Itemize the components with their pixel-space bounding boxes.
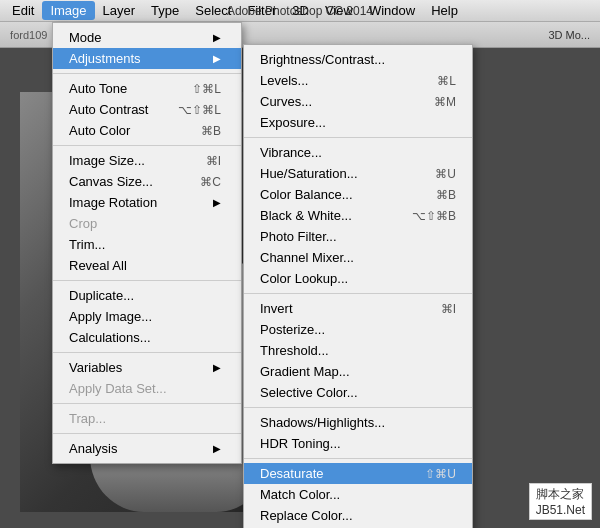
submenu-item-color-balance[interactable]: Color Balance... ⌘B	[244, 184, 472, 205]
menubar-item-select[interactable]: Select	[187, 1, 239, 20]
menubar-item-filter[interactable]: Filter	[239, 1, 284, 20]
sub-divider-1	[244, 137, 472, 138]
menu-item-image-size[interactable]: Image Size... ⌘I	[53, 150, 241, 171]
menu-item-apply-data-set[interactable]: Apply Data Set...	[53, 378, 241, 399]
menu-item-mode[interactable]: Mode ▶	[53, 27, 241, 48]
sub-divider-3	[244, 407, 472, 408]
sub-divider-2	[244, 293, 472, 294]
submenu-item-exposure[interactable]: Exposure...	[244, 112, 472, 133]
menubar-item-view[interactable]: View	[317, 1, 361, 20]
sub-divider-4	[244, 458, 472, 459]
submenu-item-selective-color[interactable]: Selective Color...	[244, 382, 472, 403]
divider-6	[53, 433, 241, 434]
menubar: Edit Image Layer Type Select Filter 3D V…	[0, 0, 600, 22]
submenu-item-color-lookup[interactable]: Color Lookup...	[244, 268, 472, 289]
submenu-item-hue-saturation[interactable]: Hue/Saturation... ⌘U	[244, 163, 472, 184]
submenu-item-invert[interactable]: Invert ⌘I	[244, 298, 472, 319]
menu-item-adjustments[interactable]: Adjustments ▶	[53, 48, 241, 69]
menu-item-crop[interactable]: Crop	[53, 213, 241, 234]
submenu-item-photo-filter[interactable]: Photo Filter...	[244, 226, 472, 247]
menu-item-duplicate[interactable]: Duplicate...	[53, 285, 241, 306]
toolbar-3d-mode: 3D Mo...	[548, 29, 590, 41]
watermark: 脚本之家 JB51.Net	[529, 483, 592, 520]
watermark-line2: JB51.Net	[536, 503, 585, 517]
menubar-item-window[interactable]: Window	[361, 1, 423, 20]
menu-item-trap[interactable]: Trap...	[53, 408, 241, 429]
submenu-item-curves[interactable]: Curves... ⌘M	[244, 91, 472, 112]
submenu-item-levels[interactable]: Levels... ⌘L	[244, 70, 472, 91]
menu-item-canvas-size[interactable]: Canvas Size... ⌘C	[53, 171, 241, 192]
divider-4	[53, 352, 241, 353]
menu-item-trim[interactable]: Trim...	[53, 234, 241, 255]
submenu-item-vibrance[interactable]: Vibrance...	[244, 142, 472, 163]
submenu-item-gradient-map[interactable]: Gradient Map...	[244, 361, 472, 382]
adjustments-submenu: Brightness/Contrast... Levels... ⌘L Curv…	[243, 44, 473, 528]
divider-5	[53, 403, 241, 404]
submenu-item-black-white[interactable]: Black & White... ⌥⇧⌘B	[244, 205, 472, 226]
adjustments-submenu-popup: Brightness/Contrast... Levels... ⌘L Curv…	[243, 44, 473, 528]
submenu-item-desaturate[interactable]: Desaturate ⇧⌘U	[244, 463, 472, 484]
watermark-line1: 脚本之家	[536, 486, 585, 503]
submenu-item-channel-mixer[interactable]: Channel Mixer...	[244, 247, 472, 268]
submenu-item-brightness-contrast[interactable]: Brightness/Contrast...	[244, 49, 472, 70]
menubar-item-edit[interactable]: Edit	[4, 1, 42, 20]
image-menu: Mode ▶ Adjustments ▶ Auto Tone ⇧⌘L Auto …	[52, 22, 242, 464]
menu-item-calculations[interactable]: Calculations...	[53, 327, 241, 348]
menubar-item-type[interactable]: Type	[143, 1, 187, 20]
menu-item-auto-tone[interactable]: Auto Tone ⇧⌘L	[53, 78, 241, 99]
menubar-item-image[interactable]: Image	[42, 1, 94, 20]
submenu-item-threshold[interactable]: Threshold...	[244, 340, 472, 361]
submenu-item-hdr-toning[interactable]: HDR Toning...	[244, 433, 472, 454]
menu-item-variables[interactable]: Variables ▶	[53, 357, 241, 378]
menubar-item-layer[interactable]: Layer	[95, 1, 144, 20]
menu-item-image-rotation[interactable]: Image Rotation ▶	[53, 192, 241, 213]
menu-item-auto-contrast[interactable]: Auto Contrast ⌥⇧⌘L	[53, 99, 241, 120]
menu-item-apply-image[interactable]: Apply Image...	[53, 306, 241, 327]
menubar-item-help[interactable]: Help	[423, 1, 466, 20]
image-menu-popup: Mode ▶ Adjustments ▶ Auto Tone ⇧⌘L Auto …	[52, 22, 242, 464]
menu-item-reveal-all[interactable]: Reveal All	[53, 255, 241, 276]
menu-item-analysis[interactable]: Analysis ▶	[53, 438, 241, 459]
submenu-item-posterize[interactable]: Posterize...	[244, 319, 472, 340]
menubar-item-3d[interactable]: 3D	[284, 1, 317, 20]
divider-3	[53, 280, 241, 281]
divider-1	[53, 73, 241, 74]
submenu-item-shadows-highlights[interactable]: Shadows/Highlights...	[244, 412, 472, 433]
menu-item-auto-color[interactable]: Auto Color ⌘B	[53, 120, 241, 141]
submenu-item-replace-color[interactable]: Replace Color...	[244, 505, 472, 526]
divider-2	[53, 145, 241, 146]
submenu-item-match-color[interactable]: Match Color...	[244, 484, 472, 505]
